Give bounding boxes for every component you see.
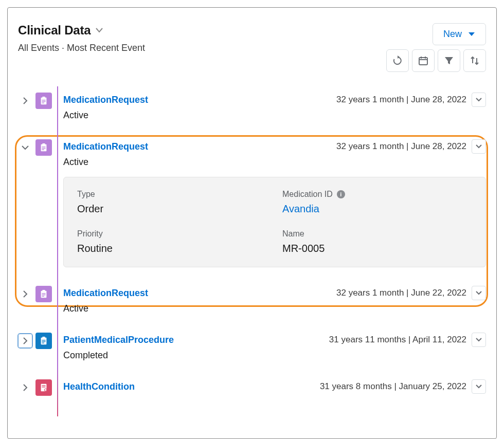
chevron-right-icon — [22, 290, 28, 298]
timeline-item: PatientMedicalProcedure 31 years 11 mont… — [18, 326, 486, 373]
expand-toggle[interactable] — [18, 94, 32, 108]
new-button[interactable]: New — [433, 23, 486, 45]
row-menu-button[interactable] — [472, 93, 486, 107]
item-status: Active — [63, 157, 486, 168]
item-title[interactable]: MedicationRequest — [63, 141, 148, 152]
svg-rect-22 — [42, 341, 45, 342]
item-status: Active — [63, 110, 486, 121]
row-menu-button[interactable] — [472, 139, 486, 154]
item-status: Completed — [63, 350, 486, 361]
svg-rect-17 — [42, 295, 45, 295]
svg-rect-26 — [42, 387, 45, 387]
detail-value-name: MR-0005 — [282, 243, 472, 254]
chevron-right-icon — [22, 97, 28, 104]
caret-down-icon — [476, 385, 482, 389]
caret-down-icon — [476, 291, 482, 295]
detail-label-text: Medication ID — [282, 190, 333, 199]
svg-rect-15 — [42, 290, 45, 292]
calendar-icon — [418, 56, 428, 66]
item-title[interactable]: MedicationRequest — [63, 288, 148, 299]
svg-rect-8 — [42, 103, 44, 103]
filter-icon — [444, 56, 454, 66]
item-status: Active — [63, 303, 486, 314]
document-icon — [35, 379, 52, 396]
detail-value-type: Order — [77, 203, 267, 215]
svg-rect-19 — [41, 338, 47, 345]
svg-rect-23 — [42, 343, 44, 343]
svg-rect-21 — [42, 340, 45, 340]
sort-button[interactable] — [463, 49, 486, 72]
expand-toggle[interactable] — [18, 287, 32, 301]
expand-toggle[interactable] — [18, 334, 32, 348]
info-icon[interactable]: i — [337, 190, 345, 198]
timeline-item: HealthCondition 31 years 8 months | Janu… — [18, 373, 486, 396]
caret-down-icon — [476, 338, 482, 342]
svg-rect-18 — [42, 296, 44, 297]
item-meta: 31 years 11 months | April 11, 2022 — [329, 335, 466, 345]
svg-rect-0 — [419, 58, 427, 65]
svg-rect-10 — [42, 143, 45, 145]
chevron-right-icon — [22, 337, 28, 344]
item-meta: 32 years 1 month | June 28, 2022 — [336, 95, 466, 105]
refresh-icon — [392, 56, 403, 66]
svg-point-28 — [45, 389, 47, 391]
svg-rect-11 — [42, 147, 45, 147]
sort-icon — [470, 56, 480, 66]
page-subtitle: All Events · Most Recent Event — [18, 43, 145, 53]
timeline: MedicationRequest 32 years 1 month | Jun… — [18, 86, 486, 396]
timeline-item: MedicationRequest 32 years 1 month | Jun… — [18, 86, 486, 133]
clipboard-icon — [35, 333, 52, 349]
svg-rect-20 — [42, 337, 45, 339]
detail-value-medication-id[interactable]: Avandia — [282, 203, 472, 215]
detail-label-type: Type — [77, 190, 267, 199]
calendar-button[interactable] — [412, 49, 435, 72]
timeline-item: MedicationRequest 32 years 1 month | Jun… — [18, 133, 486, 280]
caret-down-icon — [476, 144, 482, 149]
filter-button[interactable] — [438, 49, 460, 72]
item-meta: 32 years 1 month | June 22, 2022 — [336, 288, 466, 298]
caret-down-icon — [468, 32, 475, 37]
timeline-item: MedicationRequest 32 years 1 month | Jun… — [18, 280, 486, 326]
clipboard-icon — [35, 93, 52, 109]
item-meta: 32 years 1 month | June 28, 2022 — [336, 141, 466, 152]
expand-toggle[interactable] — [18, 380, 32, 395]
svg-rect-16 — [42, 293, 45, 294]
item-details: Type Order Medication ID i Avandia Prior… — [63, 177, 486, 267]
title-dropdown-icon[interactable] — [96, 28, 103, 33]
refresh-button[interactable] — [386, 49, 409, 72]
svg-rect-25 — [42, 386, 45, 386]
clipboard-icon — [35, 286, 52, 302]
page-title: Clinical Data — [18, 23, 91, 38]
row-menu-button[interactable] — [472, 286, 486, 300]
clinical-data-panel: Clinical Data All Events · Most Recent E… — [7, 7, 497, 439]
item-title[interactable]: PatientMedicalProcedure — [63, 335, 174, 345]
svg-rect-5 — [42, 97, 45, 99]
svg-rect-4 — [41, 98, 47, 105]
row-menu-button[interactable] — [472, 333, 486, 347]
detail-label-priority: Priority — [77, 229, 267, 239]
svg-rect-6 — [42, 100, 45, 100]
svg-rect-13 — [42, 150, 44, 150]
caret-down-icon — [476, 98, 482, 102]
new-button-label: New — [443, 29, 462, 40]
detail-label-name: Name — [282, 229, 472, 239]
item-title[interactable]: HealthCondition — [63, 381, 135, 392]
svg-rect-12 — [42, 148, 45, 149]
svg-rect-9 — [41, 144, 47, 152]
detail-label-medication-id: Medication ID i — [282, 190, 472, 199]
item-title[interactable]: MedicationRequest — [63, 95, 148, 105]
svg-rect-7 — [42, 101, 45, 102]
chevron-right-icon — [22, 384, 28, 391]
detail-value-priority: Routine — [77, 243, 267, 254]
row-menu-button[interactable] — [472, 379, 486, 394]
item-meta: 31 years 8 months | January 25, 2022 — [320, 381, 466, 392]
svg-rect-14 — [41, 291, 47, 298]
chevron-down-icon — [22, 144, 29, 151]
clipboard-icon — [35, 139, 52, 156]
expand-toggle[interactable] — [18, 140, 32, 155]
